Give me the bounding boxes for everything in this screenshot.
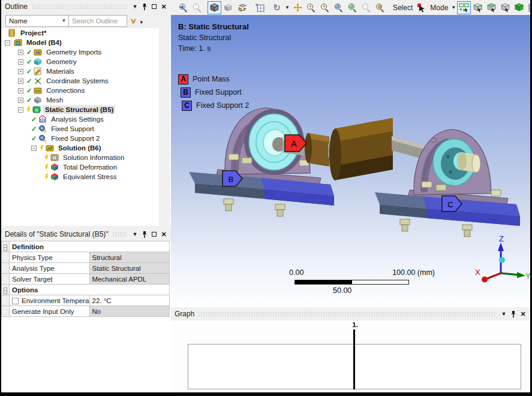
geometry-viewport[interactable]: A B C B: Static Structural Static Struct… — [171, 15, 530, 307]
analysis-time: Time: 1. s — [178, 44, 211, 53]
shaded-exterior-edges-icon[interactable] — [208, 1, 221, 14]
pan-icon[interactable] — [291, 1, 305, 14]
expand-expander-icon[interactable]: + — [18, 78, 23, 84]
zoom-in-icon[interactable]: + — [305, 1, 318, 14]
search-expand-chevron-icon[interactable]: ∨ — [130, 17, 137, 25]
details-menu-caret-icon[interactable]: ▼ — [130, 230, 140, 239]
graph-timeline[interactable]: 1. — [171, 321, 530, 392]
solution-icon — [46, 144, 54, 152]
tree-item-project[interactable]: Project* — [1, 28, 171, 38]
details-value: Structural — [89, 252, 170, 263]
rotate-icon[interactable]: ↻ — [270, 1, 284, 14]
section-collapse-icon[interactable]: − — [4, 288, 8, 294]
outline-maximize-icon[interactable] — [149, 2, 159, 11]
details-section-row[interactable]: − Options — [2, 285, 170, 295]
details-row[interactable]: Generate Input Only No — [2, 306, 170, 317]
collapse-expander-icon[interactable]: − — [5, 40, 10, 46]
expand-expander-icon[interactable]: + — [18, 88, 23, 93]
graph-pin-icon[interactable] — [509, 310, 518, 319]
select-edges-icon[interactable] — [471, 1, 485, 14]
tree-item-model[interactable]: − Model (B4) — [1, 38, 171, 47]
tree-item-connections[interactable]: + ✓ Connections — [1, 86, 171, 95]
select-bodies-icon[interactable] — [498, 1, 512, 14]
details-row[interactable]: Analysis Type Static Structural — [2, 263, 170, 274]
tree-item-total-deformation[interactable]: Total Deformation — [1, 162, 171, 172]
zoom-all-icon[interactable] — [346, 1, 360, 14]
details-maximize-icon[interactable] — [149, 230, 159, 239]
viewport-layout-icon[interactable] — [253, 1, 266, 14]
window-border — [0, 392, 532, 396]
details-close-icon[interactable]: ✕ — [159, 230, 169, 239]
previous-view-icon[interactable]: ◀ — [176, 1, 190, 14]
expand-expander-icon[interactable]: + — [18, 98, 23, 103]
orientation-triad[interactable]: Z Y X — [474, 235, 530, 292]
legend-item: B Fixed Support — [181, 86, 249, 99]
details-pin-icon[interactable] — [140, 230, 149, 239]
select-label[interactable]: Select — [393, 4, 413, 12]
tree-item-geometry[interactable]: + ✓ Geometry — [1, 57, 171, 66]
details-row[interactable]: Solver Target Mechanical APDL — [2, 274, 170, 285]
section-plane-icon[interactable] — [235, 1, 249, 14]
result-contours-icon — [50, 173, 59, 181]
outline-menu-caret-icon[interactable]: ▼ — [130, 2, 140, 11]
box-zoom-icon[interactable]: + — [318, 1, 332, 14]
graph-close-icon[interactable]: ✕ — [518, 310, 528, 319]
expand-expander-icon[interactable]: + — [18, 59, 23, 65]
mode-label[interactable]: Mode — [430, 4, 448, 12]
tree-item-mesh[interactable]: + ✓ Mesh — [1, 95, 171, 105]
main-area: ◀ ↻ ▼ + + — [171, 0, 530, 392]
static-structural-icon: π — [32, 105, 41, 114]
result-contours-icon — [50, 163, 59, 171]
graph-menu-caret-icon[interactable]: ▼ — [499, 310, 509, 319]
search-options-caret-icon[interactable]: ▼ — [139, 20, 144, 25]
details-section-row[interactable]: − Definition — [2, 241, 170, 252]
rotate-caret-icon[interactable]: ▼ — [285, 5, 290, 10]
select-nodes-icon[interactable] — [512, 1, 526, 14]
outline-tree: Project* − Model (B4) + ✓ Geometry Impor… — [1, 28, 171, 226]
solution-information-icon: i — [50, 153, 59, 162]
outline-search-box[interactable] — [69, 15, 127, 27]
name-filter-select[interactable]: Name ▼ — [5, 15, 69, 27]
tree-scrollbar[interactable] — [159, 28, 170, 226]
details-row[interactable]: Physics Type Structural — [2, 252, 170, 263]
tree-item-analysis-settings[interactable]: ✓ Analysis Settings — [1, 114, 171, 124]
shaded-exterior-icon[interactable] — [221, 1, 235, 14]
combo-caret-icon[interactable]: ▼ — [59, 16, 68, 26]
tree-item-geometry-imports[interactable]: + ✓ Geometry Imports — [1, 47, 171, 57]
details-row[interactable]: Environment Temperature 22. °C — [2, 295, 170, 306]
outline-filter-row: Name ▼ ∨ ▼ — [1, 13, 171, 28]
graph-header[interactable]: Graph ▼ ✕ — [171, 307, 530, 321]
tree-item-solution[interactable]: − Solution (B6) — [1, 143, 171, 153]
mode-caret-icon[interactable]: ▼ — [451, 5, 456, 10]
next-view-icon[interactable] — [190, 1, 204, 14]
select-faces-icon[interactable] — [485, 1, 498, 14]
collapse-expander-icon[interactable]: − — [31, 146, 37, 151]
time-step-marker[interactable] — [353, 330, 355, 389]
tree-item-solution-information[interactable]: i Solution Information — [1, 153, 171, 162]
select-vertices-icon[interactable] — [457, 1, 471, 14]
outline-header[interactable]: Outline ▼ ✕ — [1, 0, 171, 13]
time-step-label: 1. — [347, 321, 363, 328]
tree-item-coordinate-systems[interactable]: + ✓ Coordinate Systems — [1, 76, 171, 86]
collapse-expander-icon[interactable]: − — [18, 107, 23, 113]
section-collapse-icon[interactable]: − — [4, 244, 8, 251]
expand-expander-icon[interactable]: + — [18, 69, 23, 74]
tree-item-fixed-support-2[interactable]: ✓ Fixed Support 2 — [1, 134, 171, 143]
tree-item-fixed-support[interactable]: ✓ Fixed Support — [1, 124, 171, 134]
select-cursor-icon[interactable] — [414, 1, 428, 14]
magnifier-icon[interactable] — [360, 1, 374, 14]
zoom-fit-icon[interactable] — [332, 1, 346, 14]
lightning-icon — [26, 107, 31, 113]
details-value-editable[interactable]: 22. °C — [89, 295, 170, 306]
outline-pin-icon[interactable] — [140, 2, 149, 11]
outline-close-icon[interactable]: ✕ — [159, 2, 169, 11]
environment-temperature-checkbox[interactable] — [12, 298, 19, 304]
details-header[interactable]: Details of "Static Structural (B5)" ▼ ✕ — [1, 228, 171, 241]
expand-expander-icon[interactable]: + — [18, 50, 23, 55]
outline-search-input[interactable] — [69, 16, 127, 26]
tree-item-materials[interactable]: + ✓ Materials — [1, 66, 171, 76]
ruler-mid: 50.00 — [333, 286, 351, 295]
tree-item-static-structural[interactable]: − π Static Structural (B5) — [1, 105, 171, 114]
tree-item-equivalent-stress[interactable]: Equivalent Stress — [1, 172, 171, 182]
zoom-target-icon[interactable]: ⊕ — [374, 1, 387, 14]
